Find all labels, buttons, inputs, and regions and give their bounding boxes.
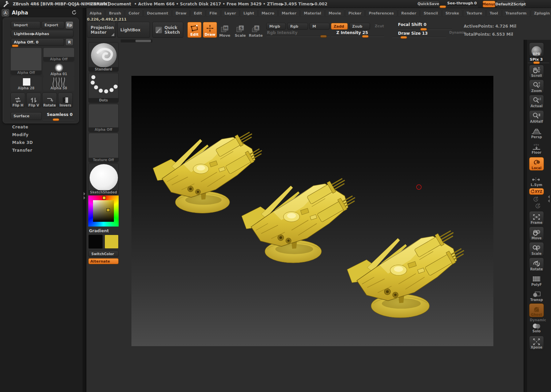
scroll-button[interactable]: Scroll (529, 65, 544, 78)
rgb-intensity-slider-thumb[interactable] (320, 35, 327, 38)
rgb-intensity-slider[interactable] (266, 36, 330, 37)
floor-button[interactable]: ≡Y≡ Floor (529, 142, 544, 155)
gradient-label[interactable]: Gradient (89, 229, 109, 233)
lsym-button[interactable]: L.Sym (529, 175, 544, 187)
menu-texture[interactable]: Texture (463, 10, 486, 17)
persp-button[interactable]: Persp (529, 126, 544, 140)
default-zscript-button[interactable]: DefaultZScript (496, 1, 525, 7)
ghost-button[interactable]: Ghost (529, 303, 544, 317)
xyz-button[interactable]: XYZ (529, 188, 544, 195)
main-color-swatch[interactable] (88, 235, 103, 249)
alpha-off-slider[interactable]: Alpha Off. 0 (11, 38, 64, 46)
tray-section-create[interactable]: Create (12, 125, 28, 129)
alpha-off-slider-thumb[interactable] (12, 44, 19, 47)
right-tray-collapse-handle[interactable] (547, 194, 550, 204)
canvas-h-scrollbar[interactable] (121, 39, 152, 42)
xpose-button[interactable]: Xpose (529, 336, 544, 350)
actual-button[interactable]: x1 Actual (529, 95, 544, 109)
switch-color-button[interactable]: SwitchColor (88, 251, 119, 257)
scene-models[interactable] (131, 76, 493, 346)
tray-section-transfer[interactable]: Transfer (12, 148, 32, 153)
scale-button[interactable]: S Scale (234, 24, 247, 38)
rotate-z-icon[interactable]: Z (535, 203, 541, 209)
lightbox-alphas-button[interactable]: Lightbox▶Alphas (11, 30, 73, 37)
flip-v-button[interactable]: Flip V (26, 93, 41, 108)
alpha-thumb-28[interactable]: Alpha 28 (10, 77, 42, 91)
focal-shift-slider-thumb[interactable] (420, 28, 427, 31)
alpha-thumb-58[interactable]: Alpha 58 (43, 77, 74, 91)
rotate-button[interactable]: R Rotate (249, 24, 262, 38)
menu-edit[interactable]: Edit (190, 10, 205, 17)
quicksave-button[interactable]: QuickSave (417, 1, 439, 7)
menu-draw[interactable]: Draw (172, 10, 190, 17)
menu-picker[interactable]: Picker (345, 10, 365, 17)
alpha-thumb-current[interactable]: Alpha Off (10, 48, 42, 75)
rgb-button[interactable]: Rgb (287, 23, 308, 30)
focal-shift-slider[interactable] (398, 29, 452, 30)
menu-stencil[interactable]: Stencil (420, 10, 441, 17)
zsub-button[interactable]: Zsub (349, 23, 370, 30)
tray-section-modify[interactable]: Modify (12, 132, 29, 137)
ep-button[interactable]: Ep (65, 21, 73, 29)
edit-button[interactable]: Edit (187, 22, 202, 38)
r-button[interactable]: R (65, 38, 73, 46)
zadd-button[interactable]: Zadd (331, 23, 348, 30)
move-button[interactable]: M Move (218, 24, 231, 38)
menu-brush[interactable]: Brush (105, 10, 124, 17)
menus-button[interactable]: Menus (483, 1, 495, 7)
tray-section-make3d[interactable]: Make 3D (12, 140, 33, 145)
current-material[interactable]: SketchShaded (88, 163, 119, 195)
scale-3d-button[interactable]: Scale (529, 242, 544, 256)
move-3d-button[interactable]: Move (529, 227, 544, 241)
rotate-alpha-button[interactable]: Rotate (42, 93, 57, 108)
local-button[interactable]: Local (529, 157, 544, 171)
polyf-button[interactable]: PolyF (529, 274, 544, 287)
draw-size-slider-thumb[interactable] (400, 36, 407, 39)
left-tray-collapse-handle[interactable] (83, 191, 86, 201)
alpha-thumb-01[interactable]: Alpha 01 (43, 62, 74, 77)
color-picker[interactable] (88, 195, 119, 227)
invers-button[interactable]: Invers (58, 93, 73, 108)
frame-button[interactable]: Frame (529, 211, 544, 225)
spix-slider-thumb[interactable] (533, 61, 540, 64)
menu-render[interactable]: Render (398, 10, 420, 17)
draw-size-slider[interactable] (392, 37, 446, 38)
bpr-button[interactable]: BPR (529, 42, 544, 57)
current-brush[interactable]: Standard (88, 42, 119, 72)
zcut-button[interactable]: Zcut (375, 24, 384, 28)
canvas-document[interactable] (131, 76, 493, 346)
menu-material[interactable]: Material (300, 10, 324, 17)
aahalf-button[interactable]: AAHalf (529, 110, 544, 124)
z-intensity-slider-thumb[interactable] (362, 35, 369, 38)
menu-preferences[interactable]: Preferences (365, 10, 397, 17)
z-intensity-slider[interactable] (331, 36, 384, 37)
rotate-y-icon[interactable]: Y (533, 196, 539, 202)
model-gunship-2[interactable] (242, 174, 358, 263)
spix-slider[interactable] (528, 62, 549, 63)
transp-button[interactable]: Transp (529, 289, 544, 302)
quick-sketch-button[interactable]: Quick Sketch (152, 22, 183, 38)
projection-master-button[interactable]: Projection Master (87, 22, 116, 38)
m-button[interactable]: M (309, 23, 330, 30)
model-gunship-3[interactable] (347, 227, 467, 318)
solo-button[interactable]: Solo (529, 322, 544, 334)
alpha-thumb-off[interactable]: Alpha Off (43, 48, 74, 62)
zoom-button[interactable]: Zoom (529, 80, 544, 93)
menu-stroke[interactable]: Stroke (442, 10, 463, 17)
current-alpha[interactable]: Alpha Off (88, 104, 119, 132)
seamless-slider[interactable] (43, 119, 74, 120)
secondary-color-swatch[interactable] (104, 235, 119, 249)
menu-macro[interactable]: Macro (258, 10, 278, 17)
lightbox-button[interactable]: LightBox (117, 22, 150, 38)
sv-selector[interactable] (106, 208, 110, 212)
draw-button[interactable]: Draw (203, 22, 217, 38)
menu-tool[interactable]: Tool (486, 10, 501, 17)
menu-document[interactable]: Document (144, 10, 172, 17)
canvas-h-scrollbar-thumb[interactable] (135, 40, 151, 42)
menu-light[interactable]: Light (240, 10, 257, 17)
seamless-slider-thumb[interactable] (53, 118, 59, 121)
menu-zplugin[interactable]: Zplugin (531, 10, 551, 17)
menu-movie[interactable]: Movie (325, 10, 344, 17)
import-button[interactable]: Import (11, 21, 40, 29)
menu-alpha[interactable]: Alpha (86, 10, 105, 17)
